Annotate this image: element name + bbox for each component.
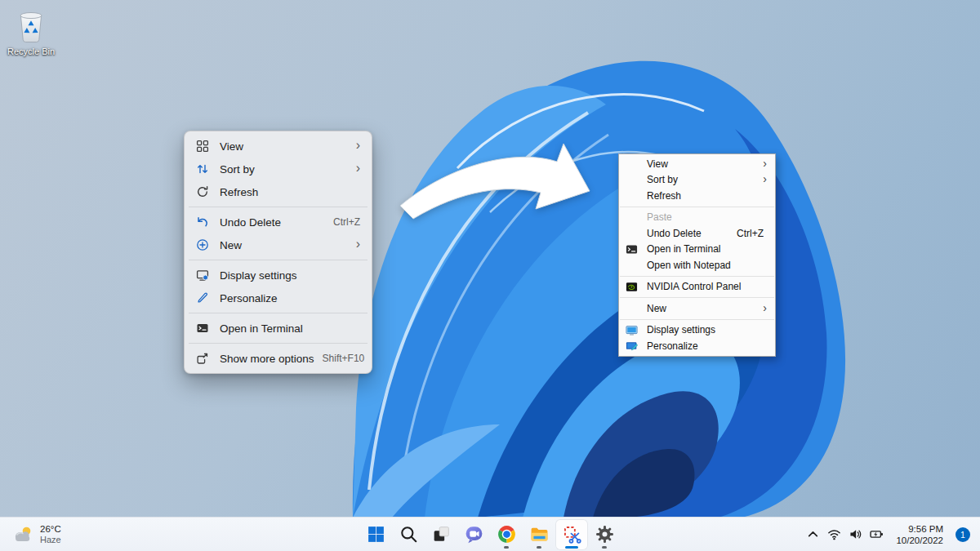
desktop[interactable]: Recycle Bin View›Sort by›RefreshUndo Del… bbox=[0, 0, 980, 551]
menu-item-label: Display settings bbox=[220, 269, 360, 282]
menu-item-label: Sort by bbox=[647, 174, 763, 185]
menu-item-label: View bbox=[647, 158, 763, 170]
sort-icon bbox=[195, 162, 209, 176]
taskbar-search-button[interactable] bbox=[392, 519, 425, 550]
menu-item-label: Refresh bbox=[647, 190, 767, 202]
taskbar-snipping-tool-button[interactable] bbox=[555, 519, 588, 550]
menu-item-personalize[interactable]: Personalize bbox=[619, 338, 775, 354]
plus-circle-icon bbox=[195, 238, 209, 252]
menu-item-display-settings[interactable]: Display settings bbox=[188, 264, 368, 287]
menu-item-label: New bbox=[647, 303, 763, 314]
wifi-icon[interactable] bbox=[827, 527, 841, 541]
battery-icon[interactable] bbox=[870, 527, 884, 541]
menu-item-label: New bbox=[220, 239, 348, 251]
icon-spacer bbox=[624, 227, 647, 240]
running-indicator bbox=[504, 546, 509, 549]
partly-cloudy-icon bbox=[11, 523, 34, 546]
taskbar-chat-button[interactable] bbox=[457, 519, 490, 550]
menu-separator bbox=[620, 276, 774, 277]
chrome-icon bbox=[497, 524, 517, 544]
brush-icon bbox=[195, 291, 209, 305]
icon-spacer bbox=[624, 158, 647, 171]
start-icon bbox=[366, 524, 386, 544]
terminal-sm-icon bbox=[624, 242, 647, 256]
menu-item-label: Display settings bbox=[647, 324, 767, 335]
menu-item-nvidia-control-panel[interactable]: NVIDIA Control Panel bbox=[619, 279, 775, 295]
menu-item-undo-delete[interactable]: Undo DeleteCtrl+Z bbox=[188, 211, 368, 233]
menu-item-show-more-options[interactable]: Show more optionsShift+F10 bbox=[188, 347, 368, 370]
menu-item-shortcut: Ctrl+Z bbox=[333, 216, 360, 228]
nvidia-icon bbox=[624, 280, 647, 293]
taskbar-chrome-button[interactable] bbox=[490, 519, 523, 550]
menu-item-undo-delete[interactable]: Undo DeleteCtrl+Z bbox=[619, 225, 775, 242]
menu-item-label: Undo Delete bbox=[647, 228, 730, 239]
menu-separator bbox=[189, 343, 368, 344]
notification-badge[interactable]: 1 bbox=[956, 527, 970, 542]
menu-item-view[interactable]: View› bbox=[188, 135, 368, 158]
task-view-icon bbox=[431, 524, 452, 544]
menu-item-label: Open in Terminal bbox=[220, 322, 360, 335]
menu-item-label: Open in Terminal bbox=[647, 243, 767, 255]
wallpaper-bloom bbox=[0, 0, 980, 551]
taskbar-clock[interactable]: 9:56 PM 10/20/2022 bbox=[896, 523, 943, 546]
taskbar: 26°C Haze 9:56 PM 10/20/2022 1 bbox=[0, 517, 980, 551]
menu-item-view[interactable]: View› bbox=[619, 156, 775, 172]
menu-item-refresh[interactable]: Refresh bbox=[188, 180, 368, 203]
menu-item-label: Open with Notepad bbox=[647, 260, 767, 271]
menu-item-label: View bbox=[220, 140, 348, 153]
chat-icon bbox=[464, 524, 484, 544]
taskbar-task-view-button[interactable] bbox=[425, 519, 457, 550]
running-indicator bbox=[537, 546, 541, 549]
chevron-up-icon[interactable] bbox=[806, 527, 820, 541]
menu-item-open-in-terminal[interactable]: Open in Terminal bbox=[188, 317, 368, 340]
volume-icon[interactable] bbox=[849, 527, 862, 541]
taskbar-file-explorer-button[interactable] bbox=[523, 519, 555, 550]
display-blue-icon bbox=[624, 323, 647, 336]
chevron-right-icon: › bbox=[763, 158, 767, 169]
menu-item-new[interactable]: New› bbox=[619, 300, 775, 317]
menu-item-sort-by[interactable]: Sort by› bbox=[188, 158, 368, 180]
context-menu-win11: View›Sort by›RefreshUndo DeleteCtrl+ZNew… bbox=[184, 131, 372, 374]
menu-item-open-with-notepad[interactable]: Open with Notepad bbox=[619, 257, 775, 273]
menu-item-label: Refresh bbox=[220, 186, 360, 198]
menu-item-refresh[interactable]: Refresh bbox=[619, 188, 775, 204]
menu-item-label: NVIDIA Control Panel bbox=[647, 281, 767, 292]
menu-item-personalize[interactable]: Personalize bbox=[188, 287, 368, 309]
weather-condition: Haze bbox=[40, 535, 61, 545]
chevron-right-icon: › bbox=[763, 173, 767, 184]
terminal-icon bbox=[195, 322, 209, 335]
chevron-right-icon: › bbox=[356, 139, 360, 152]
context-menu-classic: View›Sort by›RefreshPasteUndo DeleteCtrl… bbox=[618, 153, 776, 357]
menu-separator bbox=[189, 260, 368, 260]
recycle-bin[interactable]: Recycle Bin bbox=[2, 5, 60, 56]
search-icon bbox=[399, 524, 419, 544]
weather-text: 26°C Haze bbox=[40, 524, 61, 545]
clock-date: 10/20/2022 bbox=[896, 535, 943, 546]
undo-icon bbox=[195, 216, 209, 229]
grid-icon bbox=[195, 140, 209, 153]
display-icon bbox=[195, 269, 209, 282]
menu-item-label: Show more options bbox=[220, 353, 314, 365]
menu-item-new[interactable]: New› bbox=[188, 233, 368, 256]
running-indicator bbox=[565, 546, 578, 549]
personalize-sm-icon bbox=[624, 340, 647, 353]
icon-spacer bbox=[624, 259, 647, 272]
menu-item-sort-by[interactable]: Sort by› bbox=[619, 172, 775, 189]
icon-spacer bbox=[624, 189, 647, 202]
chevron-right-icon: › bbox=[356, 238, 360, 251]
file-explorer-icon bbox=[529, 524, 550, 544]
menu-item-open-in-terminal[interactable]: Open in Terminal bbox=[619, 242, 775, 258]
menu-item-label: Sort by bbox=[220, 163, 348, 176]
menu-item-display-settings[interactable]: Display settings bbox=[619, 322, 775, 339]
icon-spacer bbox=[624, 211, 647, 224]
system-tray: 9:56 PM 10/20/2022 1 bbox=[806, 518, 980, 551]
taskbar-start-button[interactable] bbox=[359, 519, 392, 550]
menu-item-label: Undo Delete bbox=[220, 216, 325, 229]
menu-item-label: Paste bbox=[647, 211, 767, 223]
weather-widget[interactable]: 26°C Haze bbox=[0, 518, 73, 551]
show-more-icon bbox=[195, 352, 209, 366]
taskbar-settings-button[interactable] bbox=[588, 519, 621, 550]
refresh-icon bbox=[195, 185, 209, 199]
menu-separator bbox=[189, 313, 368, 313]
menu-item-label: Personalize bbox=[647, 340, 767, 352]
